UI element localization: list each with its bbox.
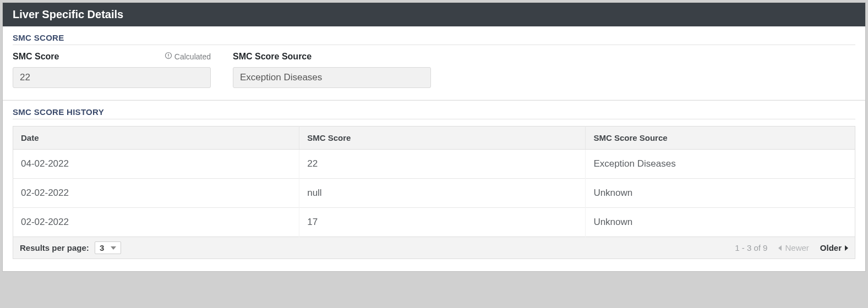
chevron-right-icon [845,245,848,251]
smc-score-fields: SMC Score Calculated [13,52,855,88]
smc-score-history-section: SMC SCORE HISTORY Date SMC Score SMC Sco… [3,100,865,271]
smc-score-label: SMC Score [13,52,59,62]
history-table: Date SMC Score SMC Score Source 04-02-20… [13,126,855,237]
results-per-page: Results per page: 3 [20,241,121,254]
pager: 1 - 3 of 9 Newer Older [735,243,848,252]
results-per-page-value: 3 [100,243,104,252]
col-header-date[interactable]: Date [13,127,299,150]
liver-details-panel: Liver Specific Details SMC SCORE SMC Sco… [2,2,866,272]
cell-date: 02-02-2022 [13,179,299,208]
smc-score-history-title: SMC SCORE HISTORY [13,107,855,119]
pager-newer-label: Newer [785,243,809,252]
results-per-page-label: Results per page: [20,243,89,252]
panel-title: Liver Specific Details [3,3,865,26]
table-footer: Results per page: 3 1 - 3 of 9 Newer Old… [13,237,855,259]
cell-date: 02-02-2022 [13,208,299,237]
pager-older-label: Older [820,243,842,252]
cell-source: Unknown [586,208,855,237]
chevron-left-icon [778,245,782,251]
cell-score: null [299,179,586,208]
smc-score-section: SMC SCORE SMC Score [3,26,865,100]
smc-score-source-value: Exception Diseases [233,67,431,88]
smc-score-label-row: SMC Score Calculated [13,52,211,62]
smc-score-source-label-row: SMC Score Source [233,52,431,62]
pager-older[interactable]: Older [820,243,848,252]
caret-down-icon [111,246,116,250]
col-header-score[interactable]: SMC Score [299,127,586,150]
smc-score-source-label: SMC Score Source [233,52,312,62]
table-row: 02-02-2022 17 Unknown [13,208,855,237]
smc-score-section-title: SMC SCORE [13,33,855,45]
pager-range: 1 - 3 of 9 [735,243,767,252]
smc-score-field: SMC Score Calculated [13,52,211,88]
pager-newer: Newer [778,243,809,252]
calculated-hint-text: Calculated [174,52,211,61]
cell-source: Unknown [586,179,855,208]
cell-score: 17 [299,208,586,237]
cell-score: 22 [299,150,586,179]
smc-score-source-field: SMC Score Source Exception Diseases [233,52,431,88]
results-per-page-select[interactable]: 3 [95,241,121,254]
svg-point-2 [168,57,168,57]
table-header-row: Date SMC Score SMC Score Source [13,127,855,150]
info-icon [165,52,172,61]
panel-body: SMC SCORE SMC Score [3,26,865,271]
col-header-source[interactable]: SMC Score Source [586,127,855,150]
calculated-hint: Calculated [165,52,211,61]
table-row: 02-02-2022 null Unknown [13,179,855,208]
table-row: 04-02-2022 22 Exception Diseases [13,150,855,179]
cell-source: Exception Diseases [586,150,855,179]
smc-score-value: 22 [13,67,211,88]
cell-date: 04-02-2022 [13,150,299,179]
